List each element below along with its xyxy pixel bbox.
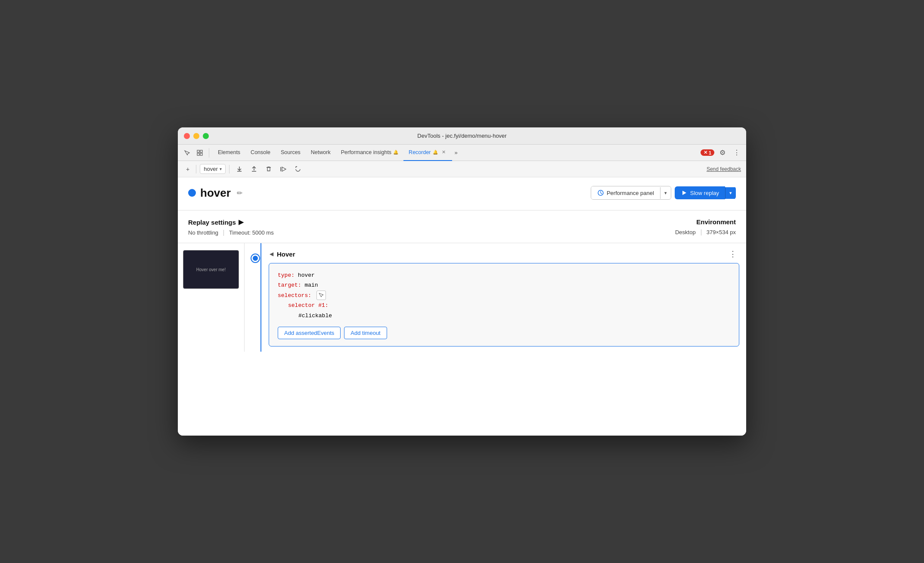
step-dot-area (251, 248, 263, 262)
recording-actions: Performance panel ▾ Slow replay ▾ (591, 186, 736, 200)
step-collapse-btn[interactable]: ◀ (269, 250, 274, 258)
performance-panel-dropdown-btn[interactable]: ▾ (660, 187, 671, 199)
add-timeout-btn[interactable]: Add timeout (344, 327, 387, 339)
step-row: ◀ Hover ⋮ type: hover (251, 248, 739, 346)
code-line-selector1: selector #1: (278, 300, 730, 310)
maximize-button[interactable] (203, 133, 209, 139)
send-feedback-link[interactable]: Send feedback (707, 166, 741, 172)
step-content: ◀ Hover ⋮ type: hover (269, 248, 739, 346)
environment-title: Environment (675, 218, 736, 226)
svg-rect-2 (197, 153, 199, 155)
recording-header: hover ✏ Performance panel ▾ Slow r (188, 186, 736, 200)
tab-sources[interactable]: Sources (276, 145, 306, 161)
cursor-icon-btn[interactable] (181, 148, 192, 158)
inspect-icon-btn[interactable] (194, 148, 205, 158)
title-bar: DevTools - jec.fyi/demo/menu-hover (178, 127, 746, 145)
performance-panel-btn[interactable]: Performance panel ▾ (591, 186, 671, 200)
step-more-btn[interactable]: ⋮ (726, 248, 739, 260)
tab-network[interactable]: Network (306, 145, 336, 161)
delete-btn[interactable] (262, 164, 275, 175)
content-area: Hover over me! ◀ Hover (178, 243, 746, 352)
more-options-btn[interactable]: ⋮ (731, 147, 743, 158)
code-line-target: target: main (278, 280, 730, 290)
preview-thumbnail: Hover over me! (183, 250, 239, 289)
env-sep (701, 229, 701, 235)
code-line-type: type: hover (278, 270, 730, 280)
tab-console[interactable]: Console (245, 145, 276, 161)
tab-recorder[interactable]: Recorder 🔔 ✕ (403, 145, 452, 161)
replay-btn[interactable] (277, 164, 290, 175)
toolbar-sep-1 (196, 165, 196, 173)
nav-icons (181, 148, 209, 158)
settings-row: Replay settings ▶ No throttling Timeout:… (188, 210, 736, 243)
import-btn[interactable] (248, 164, 260, 175)
step-header: ◀ Hover ⋮ (269, 248, 739, 260)
chevron-down-icon: ▾ (220, 167, 222, 171)
toolbar-sep-2 (229, 165, 229, 173)
recording-title-area: hover ✏ (188, 186, 244, 200)
minimize-button[interactable] (193, 133, 199, 139)
code-block: type: hover target: main selectors: (269, 263, 739, 346)
recorder-pin: 🔔 (433, 150, 438, 155)
environment-details: Desktop 379×534 px (675, 229, 736, 235)
settings-details: No throttling Timeout: 5000 ms (188, 229, 279, 236)
selector-icon-btn[interactable] (316, 291, 326, 300)
slow-replay-main-btn[interactable]: Slow replay (675, 186, 725, 199)
devtools-window: DevTools - jec.fyi/demo/menu-hover Eleme… (178, 127, 746, 436)
tab-close-recorder[interactable]: ✕ (440, 149, 447, 155)
more-tabs-btn[interactable]: » (452, 148, 460, 158)
edit-name-icon[interactable]: ✏ (235, 187, 244, 199)
recording-selector[interactable]: hover ▾ (200, 164, 226, 174)
svg-rect-1 (200, 150, 202, 152)
environment-section: Environment Desktop 379×534 px (675, 218, 736, 235)
main-content: hover ✏ Performance panel ▾ Slow r (178, 177, 746, 436)
tabs-row: Elements Console Sources Network Perform… (178, 145, 746, 161)
code-line-selectors: selectors: (278, 291, 730, 300)
replay-settings-section: Replay settings ▶ No throttling Timeout:… (188, 218, 279, 236)
close-button[interactable] (184, 133, 190, 139)
svg-rect-0 (197, 150, 199, 152)
tab-performance-insights[interactable]: Performance insights 🔔 (336, 145, 403, 161)
device-value: Desktop (675, 229, 696, 235)
step-title: ◀ Hover (269, 250, 295, 258)
recording-status-dot (188, 189, 196, 197)
performance-panel-main-btn[interactable]: Performance panel (591, 186, 660, 199)
svg-rect-3 (200, 153, 202, 155)
code-actions: Add assertedEvents Add timeout (278, 327, 730, 339)
recording-name: hover (200, 186, 231, 200)
tab-elements[interactable]: Elements (213, 145, 245, 161)
add-recording-btn[interactable]: + (183, 164, 192, 175)
slow-replay-dropdown-btn[interactable]: ▾ (725, 187, 736, 199)
resolution-value: 379×534 px (707, 229, 736, 235)
throttling-value: No throttling (188, 229, 223, 236)
window-controls (184, 133, 209, 139)
window-title: DevTools - jec.fyi/demo/menu-hover (417, 133, 506, 139)
steps-area: ◀ Hover ⋮ type: hover (245, 243, 746, 352)
perf-insights-pin: 🔔 (393, 150, 398, 155)
settings-btn[interactable]: ⚙ (717, 147, 728, 158)
code-line-selector1-val: #clickable (278, 311, 730, 321)
add-asserted-events-btn[interactable]: Add assertedEvents (278, 327, 341, 339)
replay-settings-title[interactable]: Replay settings ▶ (188, 218, 279, 226)
secondary-toolbar: + hover ▾ Send feedback (178, 161, 746, 177)
preview-sidebar: Hover over me! (178, 243, 245, 352)
error-badge[interactable]: ✕ 1 (701, 149, 714, 156)
slow-replay-toolbar-btn[interactable] (291, 164, 304, 175)
step-dot (251, 254, 259, 262)
replay-settings-arrow: ▶ (239, 218, 244, 226)
tabs-right-actions: ✕ 1 ⚙ ⋮ (701, 147, 743, 158)
export-btn[interactable] (233, 164, 246, 175)
error-icon: ✕ (704, 150, 707, 155)
slow-replay-btn[interactable]: Slow replay ▾ (675, 186, 736, 199)
timeout-value: Timeout: 5000 ms (224, 229, 279, 236)
